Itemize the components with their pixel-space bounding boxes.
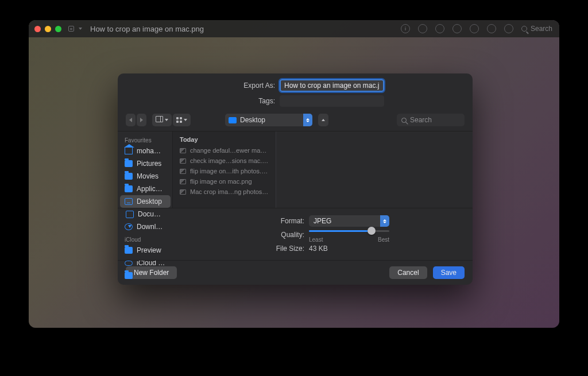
preview-search[interactable]: Search (521, 25, 552, 33)
sidebar-item-label: Applicati… (137, 185, 166, 193)
file-icon (180, 158, 186, 164)
traffic-lights (34, 26, 61, 32)
preview-titlebar: How to crop an image on mac.png i Search (29, 20, 559, 37)
file-row[interactable]: flip image on mac.png (173, 176, 276, 187)
folder-icon (125, 272, 133, 279)
file-row[interactable]: flip image on…ith photos.png (173, 166, 276, 176)
quality-label: Quality: (201, 231, 304, 239)
chevron-left-icon (129, 118, 132, 122)
sheet-toolbar: Desktop Search (118, 110, 473, 131)
location-select[interactable]: Desktop (225, 114, 312, 126)
exportas-label: Export As: (206, 82, 275, 90)
collapse-button[interactable] (318, 114, 328, 126)
folder-icon (125, 173, 133, 180)
file-icon (180, 179, 186, 184)
file-icon (180, 189, 186, 195)
folder-icon (125, 185, 133, 192)
window-title: How to crop an image on mac.png (90, 25, 204, 33)
file-name: check image…sions mac.png (190, 157, 269, 164)
exportas-input[interactable] (280, 79, 384, 92)
sidebar-item[interactable]: Movies (120, 170, 171, 183)
tags-label: Tags: (206, 97, 275, 105)
magnify-icon[interactable] (418, 24, 427, 33)
sidebar-item-label: Desktop (137, 197, 162, 206)
desktop-icon (125, 198, 133, 205)
nav-forward-button[interactable] (137, 114, 146, 126)
sidebar: Favouritesmohamm…PicturesMoviesApplicati… (118, 131, 173, 208)
filesize-value: 43 KB (309, 245, 389, 253)
document-icon (68, 26, 74, 32)
empty-column (276, 131, 473, 208)
new-folder-button[interactable]: New Folder (126, 266, 177, 279)
chevron-down-icon[interactable] (79, 28, 82, 30)
chevron-right-icon (140, 118, 143, 122)
rotate-icon[interactable] (487, 24, 496, 33)
location-label: Desktop (240, 116, 265, 124)
close-icon[interactable] (34, 26, 41, 32)
save-button[interactable]: Save (433, 266, 465, 279)
search-icon (401, 118, 407, 123)
export-sheet: Export As: Tags: Desktop (118, 73, 473, 285)
minimize-icon[interactable] (45, 26, 51, 32)
file-icon (180, 169, 186, 174)
sheet-footer: New Folder Cancel Save (118, 260, 473, 285)
folder-icon (229, 117, 237, 123)
file-group-heading: Today (173, 131, 276, 145)
sidebar-item-label: Pictures (137, 160, 161, 168)
cancel-button[interactable]: Cancel (389, 266, 427, 279)
file-name: flip image on mac.png (190, 178, 252, 185)
sidebar-item-label: mohamm… (137, 147, 166, 155)
sidebar-item-label: Movies (137, 172, 158, 180)
file-name: change defaul…ewer mac.png (190, 147, 269, 154)
file-name: flip image on…ith photos.png (190, 168, 269, 175)
chevron-down-icon (184, 119, 187, 121)
sidebar-item[interactable]: mohamm… (120, 145, 171, 157)
nav-back-button[interactable] (126, 114, 136, 126)
file-row[interactable]: check image…sions mac.png (173, 156, 276, 166)
columns-icon (156, 116, 163, 124)
folder-icon (125, 247, 133, 254)
sheet-search-placeholder: Search (410, 116, 432, 124)
zoom-icon[interactable] (55, 26, 61, 32)
file-name: Mac crop ima…ng photos.png (190, 188, 269, 195)
file-column: Today change defaul…ewer mac.pngcheck im… (173, 131, 276, 208)
share-icon[interactable] (452, 24, 462, 33)
sidebar-item[interactable]: Pictures (120, 157, 171, 170)
chevron-down-icon (165, 119, 168, 121)
file-row[interactable]: change defaul…ewer mac.png (173, 145, 276, 156)
format-label: Format: (201, 217, 304, 225)
file-row[interactable]: Mac crop ima…ng photos.png (173, 187, 276, 197)
tags-input[interactable] (280, 95, 384, 107)
format-select[interactable]: JPEG (309, 215, 389, 227)
quality-best-label: Best (378, 237, 389, 243)
quality-slider[interactable] (309, 227, 389, 235)
folder-icon (125, 160, 133, 167)
home-icon (125, 148, 133, 154)
slider-thumb-icon[interactable] (368, 227, 376, 235)
highlight-icon[interactable] (435, 24, 444, 33)
preview-toolbar: i Search (401, 20, 552, 37)
file-icon (180, 148, 186, 153)
export-options: Format: JPEG Quality: Least Best (118, 208, 473, 260)
format-value: JPEG (314, 217, 331, 225)
info-icon[interactable]: i (401, 24, 410, 33)
doc-icon (126, 211, 134, 218)
sidebar-item[interactable]: Desktop (120, 195, 171, 208)
filesize-label: File Size: (201, 245, 304, 253)
sidebar-item[interactable]: Applicati… (120, 183, 171, 195)
quality-least-label: Least (309, 237, 323, 243)
view-columns-button[interactable] (152, 114, 172, 126)
dl-icon (125, 223, 133, 230)
preview-search-placeholder: Search (531, 25, 552, 33)
chevron-up-icon (322, 119, 325, 121)
sidebar-heading: Favourites (120, 134, 171, 145)
crop-icon[interactable] (504, 24, 513, 33)
search-icon (521, 26, 527, 32)
view-grid-button[interactable] (173, 114, 191, 126)
markup-icon[interactable] (470, 24, 479, 33)
cloud-icon (125, 261, 133, 266)
grid-icon (176, 117, 182, 123)
sheet-search-input[interactable]: Search (397, 114, 465, 126)
